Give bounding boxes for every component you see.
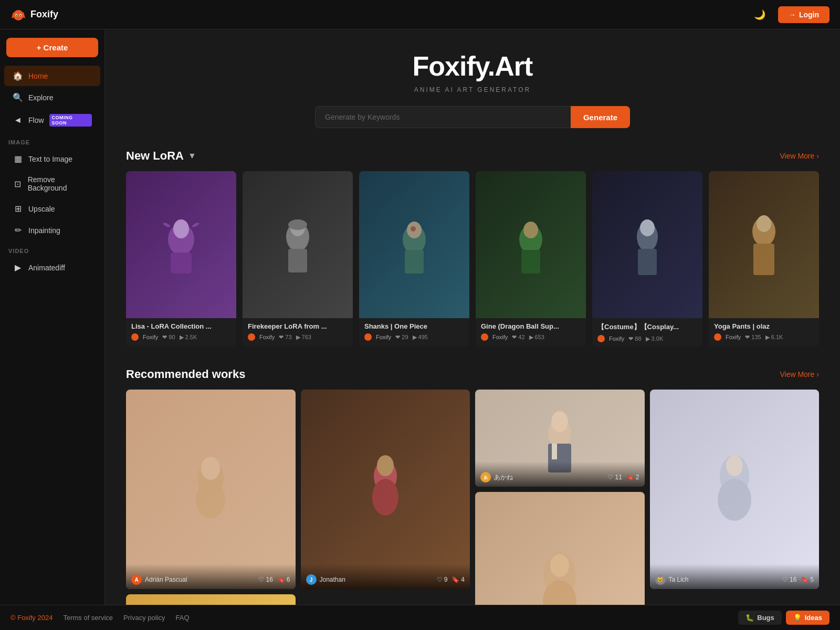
work-stats: ♡ 9 🔖 4 — [437, 576, 465, 583]
fox-icon — [10, 7, 26, 23]
sidebar-item-explore[interactable]: 🔍 Explore — [4, 87, 100, 108]
svg-point-29 — [196, 481, 225, 518]
login-button[interactable]: → Login — [778, 6, 830, 23]
work-card[interactable]: J Jonathan ♡ 9 🔖 4 — [301, 390, 470, 589]
lora-card-info: Gine (Dragon Ball Sup... Foxify ❤ 42 ▶ 6… — [476, 318, 586, 345]
recommended-works-title: Recommended works — [126, 368, 245, 381]
svg-point-10 — [173, 219, 189, 238]
sidebar-item-flow[interactable]: ◄ Flow COMING SOON — [4, 109, 100, 132]
chevron-right-icon: › — [816, 370, 819, 379]
work-username: Adrián Pascual — [145, 576, 187, 583]
svg-rect-37 — [552, 444, 557, 459]
work-card[interactable]: あ あかね ♡ 11 🔖 2 — [475, 390, 645, 487]
sidebar-item-inpainting[interactable]: ✏ Inpainting — [4, 220, 100, 240]
theme-toggle-button[interactable]: 🌙 — [750, 7, 770, 23]
user-avatar: J — [306, 574, 317, 585]
works-grid: A Adrián Pascual ♡ 16 🔖 6 — [126, 390, 819, 630]
coming-soon-badge: COMING SOON — [49, 114, 92, 127]
new-lora-title: New LoRA ▼ — [126, 149, 196, 163]
sidebar-item-text-to-image[interactable]: ▦ Text to Image — [4, 149, 100, 169]
svg-point-42 — [550, 554, 569, 577]
svg-rect-16 — [405, 250, 424, 274]
generate-button[interactable]: Generate — [571, 106, 630, 128]
lora-card-image — [476, 171, 586, 318]
lora-card-views: ▶ 6.1K — [765, 334, 783, 341]
lora-card-meta: Foxify ❤ 73 ▶ 763 — [248, 333, 348, 341]
sidebar-item-upscale[interactable]: ⊞ Upscale — [4, 198, 100, 219]
sidebar-item-explore-label: Explore — [28, 93, 53, 102]
inpainting-icon: ✏ — [13, 225, 23, 235]
svg-point-21 — [523, 222, 538, 238]
work-card-image — [126, 390, 296, 589]
app-layout: + Create 🏠 Home 🔍 Explore ◄ Flow COMING … — [0, 0, 840, 630]
copyright-link[interactable]: © Foxify 2024 — [10, 614, 52, 622]
ideas-label: Ideas — [805, 614, 822, 622]
work-comments: 🔖 6 — [277, 576, 290, 583]
home-icon: 🏠 — [13, 71, 23, 81]
lora-card-views: ▶ 3.0K — [646, 335, 664, 342]
lora-card-user: Foxify — [376, 334, 391, 340]
bottom-right-buttons: 🐛 Bugs 💡 Ideas — [738, 611, 830, 625]
work-comments: 🔖 5 — [801, 576, 814, 583]
privacy-link[interactable]: Privacy policy — [123, 614, 165, 622]
work-card[interactable]: A Adrián Pascual ♡ 16 🔖 6 — [126, 390, 296, 589]
svg-point-5 — [16, 15, 17, 16]
lora-view-more-link[interactable]: View More › — [780, 152, 819, 160]
main-content: Foxify.Art ANIME AI ART GENERATOR Genera… — [105, 29, 840, 630]
lora-card[interactable]: Lisa - LoRA Collection ... Foxify ❤ 90 ▶… — [126, 171, 236, 346]
work-username: Jonathan — [320, 576, 345, 583]
hero-section: Foxify.Art ANIME AI ART GENERATOR Genera… — [126, 50, 819, 128]
sidebar-item-remove-bg-label: Remove Background — [28, 175, 92, 192]
image-section-label: Image — [0, 133, 104, 148]
lora-card-name: Firekeeper LoRA from ... — [248, 322, 348, 330]
lora-card-likes: ❤ 29 — [395, 334, 408, 341]
svg-point-39 — [726, 455, 743, 476]
work-username: Ta Lich — [669, 576, 689, 583]
lora-card-meta: Foxify ❤ 90 ▶ 2.5K — [131, 333, 231, 341]
bugs-button[interactable]: 🐛 Bugs — [738, 611, 782, 625]
sidebar: + Create 🏠 Home 🔍 Explore ◄ Flow COMING … — [0, 29, 105, 630]
sidebar-item-text-to-image-label: Text to Image — [28, 155, 72, 163]
sidebar-item-animatediff[interactable]: ▶ Animatediff — [4, 257, 100, 278]
works-view-more-link[interactable]: View More › — [780, 370, 819, 379]
work-card[interactable]: 🐱 Ta Lich ♡ 16 🔖 5 — [650, 390, 820, 589]
sidebar-item-home[interactable]: 🏠 Home — [4, 66, 100, 86]
header-right: 🌙 → Login — [750, 6, 830, 23]
logo[interactable]: Foxify — [10, 7, 58, 23]
lora-card-meta: Foxify ❤ 42 ▶ 653 — [481, 333, 581, 341]
lora-card-info: 【Costume】【Cosplay... Foxify ❤ 88 ▶ 3.0K — [592, 318, 702, 346]
faq-link[interactable]: FAQ — [176, 614, 190, 622]
svg-point-24 — [640, 219, 655, 236]
create-button[interactable]: + Create — [6, 38, 98, 57]
lora-grid: Lisa - LoRA Collection ... Foxify ❤ 90 ▶… — [126, 171, 819, 346]
bottom-bar: © Foxify 2024 Terms of service Privacy p… — [0, 605, 840, 630]
work-stats: ♡ 11 🔖 2 — [607, 474, 639, 481]
svg-point-18 — [411, 226, 416, 232]
ideas-button[interactable]: 💡 Ideas — [786, 611, 830, 625]
hero-title: Foxify.Art — [126, 50, 819, 82]
lora-card-meta: Foxify ❤ 135 ▶ 6.1K — [714, 333, 814, 341]
dropdown-arrow-icon[interactable]: ▼ — [188, 151, 196, 161]
lora-card[interactable]: 【Costume】【Cosplay... Foxify ❤ 88 ▶ 3.0K — [592, 171, 702, 346]
lora-card-info: Yoga Pants | olaz Foxify ❤ 135 ▶ 6.1K — [709, 318, 819, 345]
terms-link[interactable]: Terms of service — [63, 614, 113, 622]
svg-point-6 — [20, 15, 21, 16]
work-user: J Jonathan — [306, 574, 345, 585]
work-card-image — [301, 390, 470, 589]
lightbulb-icon: 💡 — [793, 614, 802, 622]
lora-card-user: Foxify — [609, 335, 624, 342]
lora-card[interactable]: Gine (Dragon Ball Sup... Foxify ❤ 42 ▶ 6… — [476, 171, 586, 346]
user-avatar: 🐱 — [655, 574, 666, 585]
svg-point-14 — [288, 219, 307, 230]
svg-point-40 — [718, 479, 751, 521]
lora-card[interactable]: Yoga Pants | olaz Foxify ❤ 135 ▶ 6.1K — [709, 171, 819, 346]
remove-bg-icon: ⊡ — [13, 179, 23, 189]
search-input[interactable] — [315, 106, 571, 128]
lora-card[interactable]: Firekeeper LoRA from ... Foxify ❤ 73 ▶ 7… — [243, 171, 353, 346]
work-card-footer: 🐱 Ta Lich ♡ 16 🔖 5 — [650, 564, 820, 589]
lora-card[interactable]: Shanks | One Piece Foxify ❤ 29 ▶ 495 — [359, 171, 469, 346]
sidebar-item-remove-background[interactable]: ⊡ Remove Background — [4, 170, 100, 197]
work-card-footer: J Jonathan ♡ 9 🔖 4 — [301, 564, 470, 589]
work-stats: ♡ 16 🔖 5 — [782, 576, 814, 583]
text-to-image-icon: ▦ — [13, 154, 23, 164]
